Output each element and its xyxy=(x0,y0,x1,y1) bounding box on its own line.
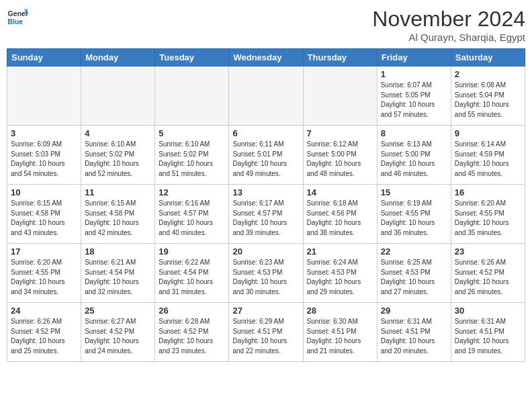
day-number: 27 xyxy=(232,306,299,316)
day-number: 30 xyxy=(455,306,521,316)
day-info: Sunrise: 6:13 AM Sunset: 5:00 PM Dayligh… xyxy=(381,140,447,179)
day-number: 13 xyxy=(232,187,299,197)
day-info: Sunrise: 6:30 AM Sunset: 4:51 PM Dayligh… xyxy=(307,317,373,356)
weekday-header-sunday: Sunday xyxy=(7,49,81,66)
day-info: Sunrise: 6:08 AM Sunset: 5:04 PM Dayligh… xyxy=(455,81,521,120)
day-info: Sunrise: 6:15 AM Sunset: 4:58 PM Dayligh… xyxy=(85,199,151,238)
day-info: Sunrise: 6:27 AM Sunset: 4:52 PM Dayligh… xyxy=(85,317,151,356)
day-info: Sunrise: 6:12 AM Sunset: 5:00 PM Dayligh… xyxy=(307,140,373,179)
day-number: 11 xyxy=(85,187,151,197)
weekday-header-friday: Friday xyxy=(377,49,451,66)
calendar-cell: 15Sunrise: 6:19 AM Sunset: 4:55 PM Dayli… xyxy=(377,185,451,244)
day-number: 26 xyxy=(159,306,225,316)
day-info: Sunrise: 6:31 AM Sunset: 4:51 PM Dayligh… xyxy=(381,317,447,356)
calendar-cell: 27Sunrise: 6:29 AM Sunset: 4:51 PM Dayli… xyxy=(229,303,303,362)
calendar-cell: 3Sunrise: 6:09 AM Sunset: 5:03 PM Daylig… xyxy=(7,126,81,185)
day-info: Sunrise: 6:23 AM Sunset: 4:53 PM Dayligh… xyxy=(232,258,299,297)
day-number: 29 xyxy=(381,306,447,316)
day-number: 25 xyxy=(85,306,151,316)
day-info: Sunrise: 6:26 AM Sunset: 4:52 PM Dayligh… xyxy=(11,317,77,356)
day-info: Sunrise: 6:15 AM Sunset: 4:58 PM Dayligh… xyxy=(11,199,77,238)
location: Al Qurayn, Sharqia, Egypt xyxy=(372,32,525,43)
calendar-cell: 29Sunrise: 6:31 AM Sunset: 4:51 PM Dayli… xyxy=(377,303,451,362)
day-info: Sunrise: 6:10 AM Sunset: 5:02 PM Dayligh… xyxy=(159,140,225,179)
day-info: Sunrise: 6:18 AM Sunset: 4:56 PM Dayligh… xyxy=(307,199,373,238)
day-number: 16 xyxy=(455,187,521,197)
day-number: 7 xyxy=(307,128,373,138)
calendar-cell: 16Sunrise: 6:20 AM Sunset: 4:55 PM Dayli… xyxy=(451,185,525,244)
calendar-cell: 8Sunrise: 6:13 AM Sunset: 5:00 PM Daylig… xyxy=(377,126,451,185)
week-row-4: 24Sunrise: 6:26 AM Sunset: 4:52 PM Dayli… xyxy=(7,303,525,362)
calendar-cell: 30Sunrise: 6:31 AM Sunset: 4:51 PM Dayli… xyxy=(451,303,525,362)
day-info: Sunrise: 6:17 AM Sunset: 4:57 PM Dayligh… xyxy=(232,199,299,238)
day-number: 18 xyxy=(85,246,151,257)
calendar-table: SundayMondayTuesdayWednesdayThursdayFrid… xyxy=(7,48,525,362)
week-row-0: 1Sunrise: 6:07 AM Sunset: 5:05 PM Daylig… xyxy=(7,66,525,126)
day-info: Sunrise: 6:10 AM Sunset: 5:02 PM Dayligh… xyxy=(85,140,151,179)
calendar-cell: 11Sunrise: 6:15 AM Sunset: 4:58 PM Dayli… xyxy=(81,185,155,244)
calendar-cell: 21Sunrise: 6:24 AM Sunset: 4:53 PM Dayli… xyxy=(303,244,377,303)
calendar-cell xyxy=(81,66,155,126)
day-info: Sunrise: 6:25 AM Sunset: 4:53 PM Dayligh… xyxy=(381,258,447,297)
day-number: 21 xyxy=(307,246,373,257)
calendar-cell: 2Sunrise: 6:08 AM Sunset: 5:04 PM Daylig… xyxy=(451,66,525,126)
weekday-header-tuesday: Tuesday xyxy=(155,49,229,66)
day-number: 17 xyxy=(11,246,77,257)
calendar-cell: 9Sunrise: 6:14 AM Sunset: 4:59 PM Daylig… xyxy=(451,126,525,185)
calendar-cell: 4Sunrise: 6:10 AM Sunset: 5:02 PM Daylig… xyxy=(81,126,155,185)
calendar-cell: 24Sunrise: 6:26 AM Sunset: 4:52 PM Dayli… xyxy=(7,303,81,362)
day-info: Sunrise: 6:21 AM Sunset: 4:54 PM Dayligh… xyxy=(85,258,151,297)
day-number: 8 xyxy=(381,128,447,138)
day-number: 14 xyxy=(307,187,373,197)
weekday-header-wednesday: Wednesday xyxy=(229,49,303,66)
calendar-cell xyxy=(229,66,303,126)
day-info: Sunrise: 6:19 AM Sunset: 4:55 PM Dayligh… xyxy=(381,199,447,238)
day-info: Sunrise: 6:20 AM Sunset: 4:55 PM Dayligh… xyxy=(455,199,521,238)
week-row-3: 17Sunrise: 6:20 AM Sunset: 4:55 PM Dayli… xyxy=(7,244,525,303)
page-header: General Blue November 2024 Al Qurayn, Sh… xyxy=(7,7,525,43)
month-title: November 2024 xyxy=(372,7,525,32)
calendar-cell: 13Sunrise: 6:17 AM Sunset: 4:57 PM Dayli… xyxy=(229,185,303,244)
day-number: 22 xyxy=(381,246,447,257)
calendar-cell: 5Sunrise: 6:10 AM Sunset: 5:02 PM Daylig… xyxy=(155,126,229,185)
day-number: 24 xyxy=(11,306,77,316)
day-number: 28 xyxy=(307,306,373,316)
day-number: 3 xyxy=(11,128,77,138)
day-number: 20 xyxy=(232,246,299,257)
calendar-cell: 19Sunrise: 6:22 AM Sunset: 4:54 PM Dayli… xyxy=(155,244,229,303)
day-number: 10 xyxy=(11,187,77,197)
day-number: 2 xyxy=(455,69,521,79)
calendar-cell xyxy=(155,66,229,126)
day-info: Sunrise: 6:29 AM Sunset: 4:51 PM Dayligh… xyxy=(232,317,299,356)
calendar-cell xyxy=(303,66,377,126)
week-row-2: 10Sunrise: 6:15 AM Sunset: 4:58 PM Dayli… xyxy=(7,185,525,244)
day-info: Sunrise: 6:09 AM Sunset: 5:03 PM Dayligh… xyxy=(11,140,77,179)
day-number: 19 xyxy=(159,246,225,257)
day-number: 6 xyxy=(232,128,299,138)
calendar-cell: 28Sunrise: 6:30 AM Sunset: 4:51 PM Dayli… xyxy=(303,303,377,362)
week-row-1: 3Sunrise: 6:09 AM Sunset: 5:03 PM Daylig… xyxy=(7,126,525,185)
day-number: 1 xyxy=(381,69,447,79)
calendar-cell: 20Sunrise: 6:23 AM Sunset: 4:53 PM Dayli… xyxy=(229,244,303,303)
title-block: November 2024 Al Qurayn, Sharqia, Egypt xyxy=(372,7,525,43)
calendar-cell xyxy=(7,66,81,126)
calendar-cell: 10Sunrise: 6:15 AM Sunset: 4:58 PM Dayli… xyxy=(7,185,81,244)
calendar-cell: 25Sunrise: 6:27 AM Sunset: 4:52 PM Dayli… xyxy=(81,303,155,362)
weekday-header-saturday: Saturday xyxy=(451,49,525,66)
day-info: Sunrise: 6:14 AM Sunset: 4:59 PM Dayligh… xyxy=(455,140,521,179)
weekday-header-monday: Monday xyxy=(81,49,155,66)
calendar-cell: 14Sunrise: 6:18 AM Sunset: 4:56 PM Dayli… xyxy=(303,185,377,244)
calendar-cell: 12Sunrise: 6:16 AM Sunset: 4:57 PM Dayli… xyxy=(155,185,229,244)
calendar-cell: 1Sunrise: 6:07 AM Sunset: 5:05 PM Daylig… xyxy=(377,66,451,126)
weekday-header-row: SundayMondayTuesdayWednesdayThursdayFrid… xyxy=(7,49,525,66)
day-info: Sunrise: 6:31 AM Sunset: 4:51 PM Dayligh… xyxy=(455,317,521,356)
day-info: Sunrise: 6:28 AM Sunset: 4:52 PM Dayligh… xyxy=(159,317,225,356)
day-number: 9 xyxy=(455,128,521,138)
day-info: Sunrise: 6:16 AM Sunset: 4:57 PM Dayligh… xyxy=(159,199,225,238)
day-number: 23 xyxy=(455,246,521,257)
day-info: Sunrise: 6:07 AM Sunset: 5:05 PM Dayligh… xyxy=(381,81,447,120)
calendar-cell: 26Sunrise: 6:28 AM Sunset: 4:52 PM Dayli… xyxy=(155,303,229,362)
day-info: Sunrise: 6:22 AM Sunset: 4:54 PM Dayligh… xyxy=(159,258,225,297)
svg-text:Blue: Blue xyxy=(8,18,24,26)
weekday-header-thursday: Thursday xyxy=(303,49,377,66)
